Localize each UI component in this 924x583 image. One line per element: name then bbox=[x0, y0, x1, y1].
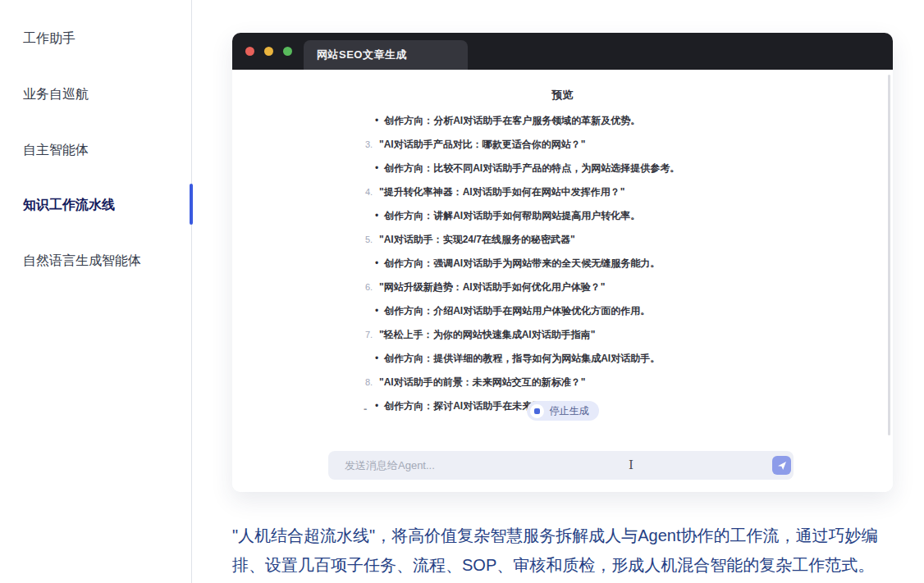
list-item: 7. "轻松上手：为你的网站快速集成AI对话助手指南" bbox=[365, 323, 844, 347]
sidebar-item-knowledge-pipeline[interactable]: 知识工作流水线 bbox=[23, 196, 115, 214]
sidebar: 工作助手 业务自巡航 自主智能体 知识工作流水线 自然语言生成智能体 bbox=[0, 0, 192, 583]
list-item-number: 6. bbox=[365, 276, 379, 299]
sidebar-item-business-autopilot[interactable]: 业务自巡航 bbox=[23, 85, 89, 103]
preview-heading: 预览 bbox=[232, 88, 893, 102]
list-item: 3. "AI对话助手产品对比：哪款更适合你的网站？" bbox=[365, 133, 844, 157]
list-item-text: 创作方向：提供详细的教程，指导如何为网站集成AI对话助手。 bbox=[384, 347, 660, 371]
maximize-icon[interactable] bbox=[283, 47, 292, 56]
browser-tab[interactable]: 网站SEO文章生成 bbox=[304, 40, 468, 70]
message-input[interactable] bbox=[345, 451, 656, 480]
sidebar-item-work-assistant[interactable]: 工作助手 bbox=[23, 30, 75, 48]
list-item: • 创作方向：介绍AI对话助手在网站用户体验优化方面的作用。 bbox=[375, 299, 844, 323]
generated-article-list: • 创作方向：分析AI对话助手在客户服务领域的革新及优势。 3. "AI对话助手… bbox=[365, 109, 844, 418]
stop-generation-button[interactable]: 停止生成 bbox=[527, 401, 599, 421]
bullet-icon: • bbox=[375, 299, 378, 323]
bullet-icon: • bbox=[375, 252, 378, 276]
generation-status-row: - 停止生成 bbox=[232, 401, 893, 422]
list-item: 8. "AI对话助手的前景：未来网站交互的新标准？" bbox=[365, 371, 844, 394]
stop-icon bbox=[530, 404, 544, 418]
sidebar-item-nlg-agent[interactable]: 自然语言生成智能体 bbox=[23, 252, 141, 270]
list-item: • 创作方向：讲解AI对话助手如何帮助网站提高用户转化率。 bbox=[375, 204, 844, 228]
browser-window: 网站SEO文章生成 预览 • 创作方向：分析AI对话助手在客户服务领域的革新及优… bbox=[232, 33, 893, 492]
list-item: 6. "网站升级新趋势：AI对话助手如何优化用户体验？" bbox=[365, 276, 844, 299]
list-item-text: "网站升级新趋势：AI对话助手如何优化用户体验？" bbox=[379, 276, 605, 299]
list-item: • 创作方向：提供详细的教程，指导如何为网站集成AI对话助手。 bbox=[375, 347, 844, 371]
list-item-text: 创作方向：强调AI对话助手为网站带来的全天候无缝服务能力。 bbox=[384, 252, 660, 276]
list-item: • 创作方向：强调AI对话助手为网站带来的全天候无缝服务能力。 bbox=[375, 252, 844, 276]
browser-tab-title: 网站SEO文章生成 bbox=[317, 48, 407, 62]
bullet-icon: • bbox=[375, 347, 378, 371]
scrollbar[interactable] bbox=[888, 75, 890, 435]
list-item-text: "提升转化率神器：AI对话助手如何在网站中发挥作用？" bbox=[379, 180, 624, 204]
list-item-text: "AI对话助手产品对比：哪款更适合你的网站？" bbox=[379, 133, 585, 157]
list-item: • 创作方向：分析AI对话助手在客户服务领域的革新及优势。 bbox=[375, 109, 844, 133]
minimize-icon[interactable] bbox=[264, 47, 273, 56]
list-item: 5. "AI对话助手：实现24/7在线服务的秘密武器" bbox=[365, 228, 844, 252]
chat-preview-panel: 预览 • 创作方向：分析AI对话助手在客户服务领域的革新及优势。 3. "AI对… bbox=[232, 70, 893, 492]
text-ibeam-cursor: I bbox=[629, 458, 634, 472]
paper-plane-icon bbox=[777, 461, 787, 471]
bullet-icon: • bbox=[375, 157, 378, 180]
window-titlebar: 网站SEO文章生成 bbox=[232, 33, 893, 70]
bullet-icon: • bbox=[375, 204, 378, 228]
stop-generation-label: 停止生成 bbox=[550, 404, 589, 418]
list-item-text: "AI对话助手：实现24/7在线服务的秘密武器" bbox=[379, 228, 575, 252]
window-controls bbox=[245, 47, 292, 56]
list-item-text: 创作方向：讲解AI对话助手如何帮助网站提高用户转化率。 bbox=[384, 204, 640, 228]
list-item-text: "轻松上手：为你的网站快速集成AI对话助手指南" bbox=[379, 323, 595, 347]
list-item: 4. "提升转化率神器：AI对话助手如何在网站中发挥作用？" bbox=[365, 180, 844, 204]
list-item-number: 3. bbox=[365, 133, 379, 157]
message-input-bar: I bbox=[328, 451, 794, 480]
sidebar-item-autonomous-agent[interactable]: 自主智能体 bbox=[23, 141, 89, 159]
close-icon[interactable] bbox=[245, 47, 254, 56]
list-item: • 创作方向：比较不同AI对话助手产品的特点，为网站选择提供参考。 bbox=[375, 157, 844, 180]
active-item-indicator bbox=[190, 184, 193, 225]
list-item-text: 创作方向：分析AI对话助手在客户服务领域的革新及优势。 bbox=[384, 109, 640, 133]
bullet-icon: • bbox=[375, 109, 378, 133]
typing-dash: - bbox=[364, 403, 367, 415]
list-item-text: 创作方向：介绍AI对话助手在网站用户体验优化方面的作用。 bbox=[384, 299, 650, 323]
feature-description: "人机结合超流水线"，将高价值复杂智慧服务拆解成人与Agent协作的工作流，通过… bbox=[232, 522, 901, 580]
send-button[interactable] bbox=[772, 456, 791, 475]
list-item-text: 创作方向：比较不同AI对话助手产品的特点，为网站选择提供参考。 bbox=[384, 157, 679, 180]
list-item-number: 8. bbox=[365, 371, 379, 394]
list-item-text: "AI对话助手的前景：未来网站交互的新标准？" bbox=[379, 371, 585, 394]
list-item-number: 5. bbox=[365, 228, 379, 252]
list-item-number: 7. bbox=[365, 323, 379, 347]
list-item-number: 4. bbox=[365, 180, 379, 204]
